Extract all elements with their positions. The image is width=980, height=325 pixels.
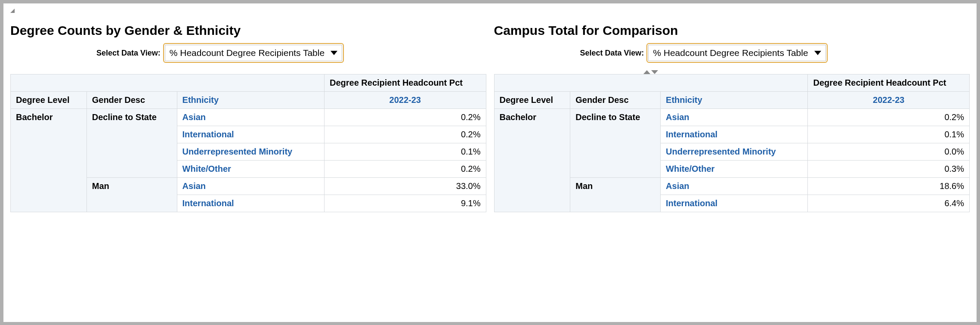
left-selector-label: Select Data View: [96, 49, 161, 58]
left-panel: Degree Counts by Gender & Ethnicity Sele… [10, 17, 486, 212]
col-year[interactable]: 2022-23 [808, 92, 970, 109]
ethnicity-link[interactable]: Asian [177, 109, 324, 126]
gender-cell: Man [570, 178, 661, 212]
ethnicity-link[interactable]: Asian [177, 178, 324, 195]
left-selector-value: % Headcount Degree Recipients Table [170, 48, 325, 58]
degree-cell: Bachelor [494, 109, 570, 212]
value-cell: 0.2% [324, 126, 486, 143]
value-cell: 0.2% [324, 109, 486, 126]
value-cell: 33.0% [324, 178, 486, 195]
col-degree-level[interactable]: Degree Level [494, 92, 570, 109]
col-gender-desc[interactable]: Gender Desc [87, 92, 177, 109]
value-cell: 6.4% [808, 195, 970, 212]
gender-cell: Decline to State [87, 109, 177, 178]
pct-header: Degree Recipient Headcount Pct [324, 74, 486, 92]
ethnicity-link[interactable]: Underrepresented Minority [177, 143, 324, 161]
ethnicity-link[interactable]: White/Other [661, 161, 808, 178]
value-cell: 0.2% [324, 161, 486, 178]
chevron-down-icon [331, 51, 337, 55]
value-cell: 18.6% [808, 178, 970, 195]
col-ethnicity[interactable]: Ethnicity [661, 92, 808, 109]
sort-down-icon[interactable] [651, 70, 658, 74]
collapse-icon[interactable] [10, 9, 15, 13]
value-cell: 0.1% [324, 143, 486, 161]
right-selector-label: Select Data View: [580, 49, 644, 58]
degree-cell: Bachelor [11, 109, 87, 212]
col-gender-desc[interactable]: Gender Desc [570, 92, 661, 109]
right-table: Degree Recipient Headcount Pct Degree Le… [494, 74, 970, 212]
sort-up-icon[interactable] [643, 70, 650, 74]
ethnicity-link[interactable]: International [661, 195, 808, 212]
value-cell: 0.3% [808, 161, 970, 178]
chevron-down-icon [814, 51, 821, 55]
ethnicity-link[interactable]: International [661, 126, 808, 143]
right-title: Campus Total for Comparison [494, 23, 970, 38]
blank-header [494, 74, 808, 92]
left-table: Degree Recipient Headcount Pct Degree Le… [10, 74, 486, 212]
col-degree-level[interactable]: Degree Level [11, 92, 87, 109]
right-selector-value: % Headcount Degree Recipients Table [653, 48, 808, 58]
right-data-view-select[interactable]: % Headcount Degree Recipients Table [648, 45, 825, 61]
col-year[interactable]: 2022-23 [324, 92, 486, 109]
ethnicity-link[interactable]: Asian [661, 178, 808, 195]
value-cell: 9.1% [324, 195, 486, 212]
right-panel: Campus Total for Comparison Select Data … [494, 17, 970, 212]
pct-header: Degree Recipient Headcount Pct [808, 74, 970, 92]
col-ethnicity[interactable]: Ethnicity [177, 92, 324, 109]
ethnicity-link[interactable]: Asian [661, 109, 808, 126]
gender-cell: Man [87, 178, 177, 212]
blank-header [11, 74, 325, 92]
value-cell: 0.2% [808, 109, 970, 126]
left-title: Degree Counts by Gender & Ethnicity [10, 23, 486, 38]
ethnicity-link[interactable]: Underrepresented Minority [661, 143, 808, 161]
value-cell: 0.1% [808, 126, 970, 143]
ethnicity-link[interactable]: International [177, 195, 324, 212]
value-cell: 0.0% [808, 143, 970, 161]
left-data-view-select[interactable]: % Headcount Degree Recipients Table [165, 45, 342, 61]
ethnicity-link[interactable]: International [177, 126, 324, 143]
ethnicity-link[interactable]: White/Other [177, 161, 324, 178]
gender-cell: Decline to State [570, 109, 661, 178]
